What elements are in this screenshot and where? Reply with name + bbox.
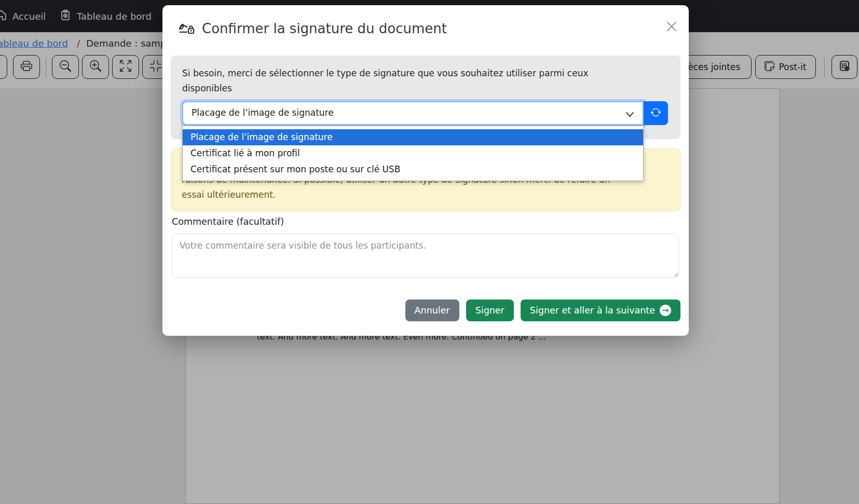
warning-line: essai ultérieurement. <box>182 187 670 202</box>
dropdown-option-certificat-profil[interactable]: Certificat lié à mon profil <box>183 145 643 161</box>
comment-textarea[interactable] <box>172 234 679 278</box>
close-icon <box>664 19 679 35</box>
signature-type-row: Placage de l’image de signature <box>182 101 668 125</box>
chevron-down-icon <box>625 110 634 120</box>
dropdown-option-certificat-poste[interactable]: Certificat présent sur mon poste ou sur … <box>183 161 643 178</box>
refresh-signature-types-button[interactable] <box>644 101 668 125</box>
sign-and-next-label: Signer et aller à la suivante <box>530 305 655 316</box>
sign-and-next-button[interactable]: Signer et aller à la suivante → <box>521 299 680 321</box>
arrow-right-circle-icon: → <box>660 305 671 316</box>
refresh-icon <box>650 107 661 119</box>
comment-label: Commentaire (facultatif) <box>172 216 284 227</box>
screen: Accueil Tableau de bord Tableau de bord … <box>0 0 859 504</box>
modal-title: Confirmer la signature du document <box>202 21 447 36</box>
modal-footer: Annuler Signer Signer et aller à la suiv… <box>405 299 680 321</box>
signature-type-dropdown: Placage de l’image de signature Certific… <box>182 126 644 181</box>
sign-button[interactable]: Signer <box>466 299 514 321</box>
signature-type-help: Si besoin, merci de sélectionner le type… <box>182 66 639 96</box>
cancel-button[interactable]: Annuler <box>405 299 459 321</box>
confirm-signature-modal: Confirmer la signature du document Si be… <box>162 5 689 336</box>
signature-lock-icon <box>178 19 195 38</box>
signature-type-value: Placage de l’image de signature <box>192 107 334 118</box>
dropdown-option-placage[interactable]: Placage de l’image de signature <box>183 129 643 145</box>
close-button[interactable] <box>663 19 680 35</box>
signature-type-select[interactable]: Placage de l’image de signature <box>182 101 644 125</box>
